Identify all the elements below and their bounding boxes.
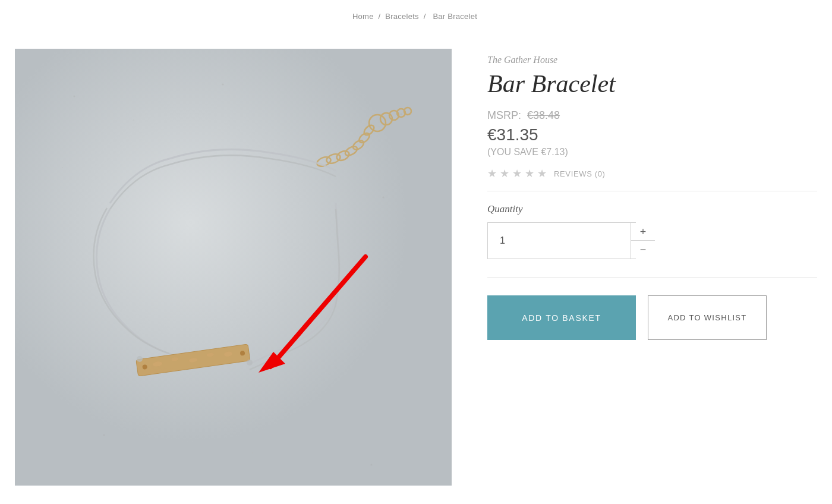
msrp-label: MSRP: xyxy=(487,109,521,122)
reviews-label: REVIEWS (0) xyxy=(554,169,606,178)
svg-point-11 xyxy=(371,464,373,466)
quantity-buttons: + − xyxy=(631,223,655,259)
svg-point-8 xyxy=(383,197,385,199)
svg-point-3 xyxy=(133,119,134,121)
add-to-wishlist-button[interactable]: ADD TO WISHLIST xyxy=(648,295,767,340)
price-section: MSRP: €38.48 €31.35 (YOU SAVE €7.13) xyxy=(487,109,817,158)
star-5: ★ xyxy=(537,168,548,179)
product-title: Bar Bracelet xyxy=(487,70,817,97)
star-3: ★ xyxy=(512,168,523,179)
svg-point-10 xyxy=(252,452,253,453)
action-buttons: ADD TO BASKET ADD TO WISHLIST xyxy=(487,295,817,340)
star-1: ★ xyxy=(487,168,498,179)
svg-point-33 xyxy=(247,360,253,366)
msrp-line: MSRP: €38.48 xyxy=(487,109,817,122)
breadcrumb-home[interactable]: Home xyxy=(352,12,374,21)
breadcrumb-current: Bar Bracelet xyxy=(433,12,477,21)
divider-1 xyxy=(487,191,817,191)
current-price: €31.35 xyxy=(487,125,817,144)
brand-name: The Gather House xyxy=(487,55,817,65)
product-image-container xyxy=(15,49,452,486)
breadcrumb-sep1: / xyxy=(379,12,381,21)
breadcrumb-sep2: / xyxy=(424,12,426,21)
svg-point-9 xyxy=(103,434,105,436)
breadcrumb-category[interactable]: Bracelets xyxy=(385,12,419,21)
svg-rect-1 xyxy=(15,49,452,486)
quantity-section: Quantity + − xyxy=(487,203,817,259)
savings-text: (YOU SAVE €7.13) xyxy=(487,147,817,158)
svg-point-7 xyxy=(62,167,63,168)
star-2: ★ xyxy=(500,168,510,179)
add-to-basket-button[interactable]: ADD TO BASKET xyxy=(487,295,636,340)
svg-point-5 xyxy=(311,102,313,103)
svg-point-2 xyxy=(74,96,75,97)
svg-point-4 xyxy=(222,84,224,86)
quantity-control: + − xyxy=(487,222,636,259)
breadcrumb: Home / Bracelets / Bar Bracelet xyxy=(0,0,832,31)
quantity-increase-button[interactable]: + xyxy=(631,223,655,241)
quantity-label: Quantity xyxy=(487,203,817,215)
quantity-input[interactable] xyxy=(488,223,631,259)
divider-2 xyxy=(487,277,817,278)
msrp-price: €38.48 xyxy=(527,109,560,122)
reviews-section: ★ ★ ★ ★ ★ REVIEWS (0) xyxy=(487,168,817,179)
svg-point-6 xyxy=(401,114,402,115)
quantity-decrease-button[interactable]: − xyxy=(631,241,655,259)
svg-point-34 xyxy=(137,356,143,362)
product-image xyxy=(15,49,452,486)
star-4: ★ xyxy=(525,168,535,179)
product-layout: The Gather House Bar Bracelet MSRP: €38.… xyxy=(0,31,832,504)
product-details: The Gather House Bar Bracelet MSRP: €38.… xyxy=(487,49,817,340)
stars: ★ ★ ★ ★ ★ xyxy=(487,168,548,179)
